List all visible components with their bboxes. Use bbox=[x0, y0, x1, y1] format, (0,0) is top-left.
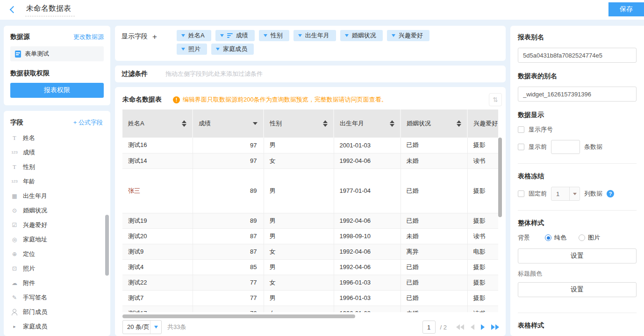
save-button[interactable]: 保存 bbox=[608, 2, 644, 16]
display-field-chip[interactable]: 性别 bbox=[259, 30, 289, 41]
sort-desc-icon[interactable] bbox=[253, 122, 258, 125]
freeze-title: 表格冻结 bbox=[518, 172, 637, 181]
help-icon[interactable]: ? bbox=[607, 190, 614, 197]
display-field-chip[interactable]: 出生年月 bbox=[293, 30, 336, 41]
background-set-button[interactable]: 设置 bbox=[518, 248, 637, 263]
field-item[interactable]: ⊙婚姻状况 bbox=[10, 203, 105, 218]
display-field-chip[interactable]: 姓名A bbox=[177, 30, 211, 41]
chevron-down-icon bbox=[216, 48, 220, 51]
table-cell: 已婚 bbox=[401, 275, 467, 290]
report-permission-button[interactable]: 报表权限 bbox=[10, 83, 104, 98]
sort-toggle-icon[interactable] bbox=[457, 120, 461, 127]
pagination-bar: 20 条/页 共33条 1 / 2 bbox=[122, 320, 502, 334]
field-item[interactable]: ☑兴趣爱好 bbox=[10, 218, 105, 232]
display-field-chip[interactable]: 婚姻状况 bbox=[340, 30, 383, 41]
fields-scrollbar[interactable] bbox=[105, 215, 109, 276]
background-image-option[interactable]: 图片 bbox=[579, 234, 600, 242]
field-item-label: 姓名 bbox=[23, 134, 35, 142]
table-cell: 97 bbox=[193, 153, 264, 168]
field-item[interactable]: ⊕定位 bbox=[10, 247, 105, 261]
sort-descending-icon bbox=[227, 33, 233, 38]
datasource-item[interactable]: 表单测试 bbox=[10, 46, 104, 61]
add-display-field-icon[interactable]: + bbox=[152, 33, 157, 41]
chip-label: 照片 bbox=[188, 45, 200, 53]
page-size-select[interactable]: 20 条/页 bbox=[122, 320, 162, 334]
show-index-checkbox[interactable] bbox=[518, 126, 524, 133]
table-header-row: 姓名A成绩性别出生年月婚姻状况兴趣爱好 bbox=[122, 110, 498, 138]
field-item[interactable]: T性别 bbox=[10, 160, 105, 174]
table-cell: 已婚 bbox=[401, 213, 467, 228]
next-page-button[interactable] bbox=[481, 324, 485, 330]
table-cell: 89 bbox=[193, 213, 264, 228]
chip-label: 姓名A bbox=[188, 31, 205, 40]
show-first-count-input[interactable] bbox=[551, 140, 580, 154]
display-field-chip[interactable]: 家庭成员 bbox=[211, 44, 254, 55]
permission-title: 数据获取权限 bbox=[10, 69, 104, 78]
display-field-chip[interactable]: 成绩 bbox=[215, 30, 255, 41]
last-page-button[interactable] bbox=[491, 324, 499, 330]
column-header[interactable]: 出生年月 bbox=[334, 110, 401, 138]
column-label: 兴趣爱好 bbox=[473, 119, 498, 128]
field-item[interactable]: ◎家庭地址 bbox=[10, 232, 105, 247]
sort-toggle-icon[interactable] bbox=[390, 120, 394, 127]
freeze-count-select[interactable]: 1 bbox=[551, 187, 580, 201]
add-formula-field-link[interactable]: + 公式字段 bbox=[73, 118, 103, 127]
field-item-label: 兴趣爱好 bbox=[23, 221, 47, 229]
column-header[interactable]: 婚姻状况 bbox=[401, 110, 467, 138]
fields-title: 字段 bbox=[10, 118, 23, 127]
current-page-input[interactable]: 1 bbox=[422, 321, 436, 334]
field-item[interactable]: 123成绩 bbox=[10, 145, 105, 160]
display-field-chip[interactable]: 照片 bbox=[177, 44, 207, 55]
field-item[interactable]: ⊡照片 bbox=[10, 261, 105, 276]
column-label: 姓名A bbox=[128, 119, 144, 128]
chip-label: 婚姻状况 bbox=[352, 31, 376, 40]
first-page-button[interactable] bbox=[456, 324, 464, 330]
display-fields-card: 显示字段 + 姓名A成绩性别出生年月婚姻状况兴趣爱好照片家庭成员 bbox=[115, 26, 506, 61]
field-item[interactable]: ✎手写签名 bbox=[10, 290, 105, 305]
report-alias-input[interactable] bbox=[518, 48, 637, 63]
address-icon: ◎ bbox=[10, 237, 19, 242]
center-panel: 显示字段 + 姓名A成绩性别出生年月婚姻状况兴趣爱好照片家庭成员 过滤条件 拖动… bbox=[115, 26, 506, 336]
change-datasource-link[interactable]: 更改数据源 bbox=[73, 33, 104, 41]
background-solid-option[interactable]: 纯色 bbox=[545, 234, 566, 242]
freeze-checkbox[interactable] bbox=[518, 190, 524, 197]
sort-toggle-icon[interactable] bbox=[182, 120, 186, 127]
page-size-dropdown[interactable] bbox=[150, 321, 161, 334]
page-title[interactable]: 未命名数据表 bbox=[25, 4, 75, 16]
settings-panel: 报表别名 数据表的别名 数据显示 显示序号 显示前 条数据 bbox=[510, 26, 644, 336]
field-item[interactable]: ▦出生年月 bbox=[10, 189, 105, 203]
column-header[interactable]: 姓名A bbox=[122, 110, 193, 138]
data-display-title: 数据显示 bbox=[518, 111, 637, 119]
datasource-title: 数据源 bbox=[10, 33, 30, 41]
preview-notice: ! 编辑界面只取数据源前200条作为查询数据预览，完整数据请访问页面查看。 bbox=[173, 95, 387, 104]
table-cell: 男 bbox=[264, 168, 334, 213]
table-vertical-scrollbar[interactable] bbox=[498, 138, 502, 217]
sort-order-icon[interactable]: ⇅ bbox=[489, 93, 502, 106]
title-color-set-button[interactable]: 设置 bbox=[518, 282, 637, 297]
field-item[interactable]: T姓名 bbox=[10, 131, 105, 145]
prev-page-button[interactable] bbox=[471, 324, 474, 330]
warning-icon: ! bbox=[173, 96, 180, 103]
table-cell: 1992-04-06 bbox=[334, 213, 401, 228]
table-cell: 1996-01-03 bbox=[334, 275, 401, 290]
page-size-value: 20 条/页 bbox=[123, 323, 150, 331]
table-cell: 87 bbox=[193, 228, 264, 244]
field-item[interactable]: ▸家庭成员 bbox=[10, 319, 105, 334]
field-item[interactable]: ☁附件 bbox=[10, 276, 105, 290]
column-header[interactable]: 性别 bbox=[264, 110, 334, 138]
filter-dropzone[interactable]: 拖动左侧字段到此处来添加过滤条件 bbox=[165, 70, 263, 78]
table-cell: 1996-01-03 bbox=[334, 290, 401, 306]
table-alias-input[interactable] bbox=[518, 87, 637, 102]
display-field-chip[interactable]: 兴趣爱好 bbox=[387, 30, 429, 41]
table-horizontal-scrollbar[interactable] bbox=[122, 314, 355, 318]
column-header[interactable]: 兴趣爱好 bbox=[467, 110, 498, 138]
total-pages: / 2 bbox=[440, 324, 447, 331]
back-icon[interactable] bbox=[8, 5, 18, 15]
field-item-label: 家庭成员 bbox=[23, 322, 47, 331]
column-header[interactable]: 成绩 bbox=[193, 110, 264, 138]
show-first-checkbox[interactable] bbox=[518, 144, 524, 150]
sort-toggle-icon[interactable] bbox=[323, 120, 328, 127]
field-item[interactable]: 123年龄 bbox=[10, 174, 105, 189]
field-item[interactable]: 部门成员 bbox=[10, 305, 105, 319]
display-fields-label: 显示字段 bbox=[122, 32, 148, 41]
